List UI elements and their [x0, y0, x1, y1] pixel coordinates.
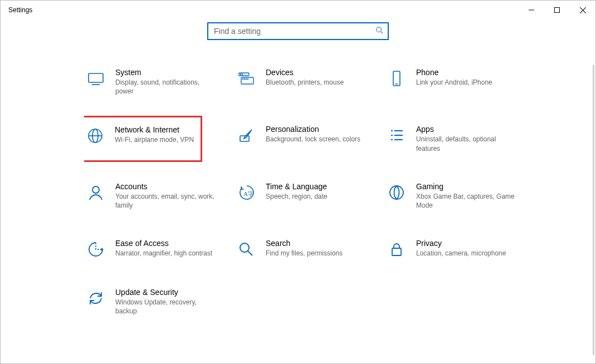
window-controls [519, 1, 595, 19]
tile-subtitle: Display, sound, notifications, power [115, 78, 216, 96]
svg-point-30 [390, 186, 403, 199]
tile-update[interactable]: Update & SecurityWindows Update, recover… [84, 284, 235, 319]
tile-subtitle: Windows Update, recovery, backup [115, 298, 216, 316]
tile-system[interactable]: SystemDisplay, sound, notifications, pow… [84, 65, 235, 99]
search-row [1, 22, 595, 40]
close-button[interactable] [570, 1, 595, 19]
svg-line-5 [381, 32, 383, 34]
accounts-icon [86, 183, 105, 202]
settings-content: SystemDisplay, sound, notifications, pow… [84, 65, 584, 358]
tile-subtitle: Uninstall, defaults, optional features [416, 135, 516, 153]
tile-title: Personalization [266, 125, 360, 134]
maximize-button[interactable] [544, 1, 570, 19]
tile-accounts[interactable]: AccountsYour accounts, email, sync, work… [84, 179, 235, 213]
time-icon: A字 [237, 183, 256, 202]
svg-rect-34 [392, 248, 401, 255]
svg-text:A字: A字 [243, 190, 254, 197]
tile-subtitle: Background, lock screen, colors [266, 135, 360, 144]
tile-gaming[interactable]: GamingXbox Game Bar, captures, Game Mode [385, 179, 535, 213]
tile-ease[interactable]: Ease of AccessNarrator, magnifier, high … [84, 235, 235, 262]
tile-privacy[interactable]: PrivacyLocation, camera, microphone [385, 235, 535, 262]
system-icon [86, 69, 105, 88]
svg-point-28 [92, 186, 99, 193]
phone-icon [387, 69, 406, 88]
tile-devices[interactable]: DevicesBluetooth, printers, mouse [235, 65, 385, 99]
settings-window: Settings SystemDisplay, sound, notificat… [0, 0, 596, 364]
tile-title: Gaming [416, 182, 516, 191]
svg-line-33 [248, 251, 252, 255]
svg-point-13 [244, 78, 245, 79]
tile-subtitle: Xbox Game Bar, captures, Game Mode [416, 192, 516, 210]
settings-grid: SystemDisplay, sound, notifications, pow… [84, 65, 584, 319]
svg-point-4 [377, 27, 382, 32]
tile-personalization[interactable]: PersonalizationBackground, lock screen, … [235, 121, 385, 156]
search-icon [237, 240, 256, 259]
tile-subtitle: Location, camera, microphone [416, 249, 506, 258]
network-icon [86, 126, 105, 145]
ease-icon [86, 240, 105, 259]
tile-title: Privacy [416, 239, 506, 248]
tile-subtitle: Bluetooth, printers, mouse [266, 78, 344, 87]
tile-subtitle: Narrator, magnifier, high contrast [115, 249, 212, 258]
tile-title: Ease of Access [115, 239, 212, 248]
tile-search[interactable]: SearchFind my files, permissions [235, 235, 385, 262]
tile-title: Search [266, 239, 343, 248]
tile-title: Accounts [115, 182, 216, 191]
devices-icon [237, 69, 256, 88]
svg-point-32 [240, 243, 249, 252]
search-box[interactable] [207, 22, 389, 40]
window-title: Settings [8, 6, 32, 14]
svg-rect-6 [89, 73, 103, 82]
tile-title: Phone [416, 68, 492, 77]
svg-point-11 [242, 74, 242, 75]
update-icon [86, 289, 105, 308]
tile-title: Devices [266, 68, 344, 77]
tile-title: Update & Security [115, 288, 216, 297]
svg-point-14 [246, 78, 246, 79]
tile-phone[interactable]: PhoneLink your Android, iPhone [385, 65, 535, 99]
svg-rect-1 [555, 8, 560, 13]
tile-subtitle: Find my files, permissions [266, 249, 343, 258]
svg-point-10 [240, 74, 241, 75]
scrollbar[interactable] [593, 65, 594, 355]
tile-title: Network & Internet [115, 125, 194, 134]
tile-time[interactable]: A字Time & LanguageSpeech, region, date [235, 179, 385, 213]
tile-network[interactable]: Network & InternetWi-Fi, airplane mode, … [84, 116, 202, 161]
tile-subtitle: Wi-Fi, airplane mode, VPN [115, 135, 194, 144]
gaming-icon [387, 183, 406, 202]
tile-subtitle: Your accounts, email, sync, work, family [115, 192, 216, 210]
minimize-button[interactable] [519, 1, 544, 19]
tile-apps[interactable]: AppsUninstall, defaults, optional featur… [385, 121, 535, 156]
personalization-icon [237, 126, 256, 145]
tile-subtitle: Link your Android, iPhone [416, 78, 492, 87]
tile-subtitle: Speech, region, date [266, 192, 328, 201]
search-icon [375, 26, 383, 36]
svg-point-15 [247, 78, 248, 79]
tile-title: System [115, 68, 216, 77]
svg-rect-16 [393, 71, 400, 86]
privacy-icon [387, 240, 406, 259]
tile-title: Apps [416, 125, 516, 134]
tile-title: Time & Language [266, 182, 328, 191]
apps-icon [387, 126, 406, 145]
svg-point-12 [242, 78, 243, 79]
search-input[interactable] [213, 26, 375, 36]
titlebar: Settings [1, 1, 595, 19]
